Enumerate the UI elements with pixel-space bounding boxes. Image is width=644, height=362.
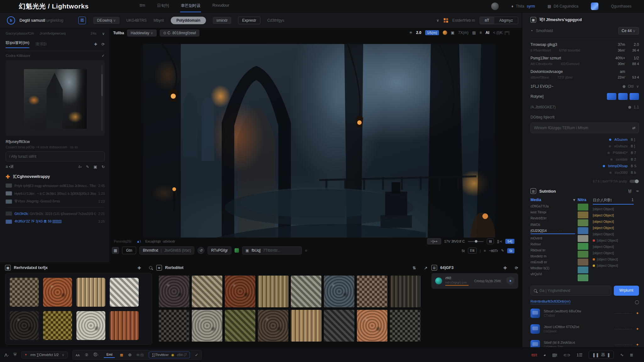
zoom-b[interactable]: 𝔼tt <box>468 248 477 254</box>
texture-swatch[interactable] <box>324 276 354 307</box>
detail-item[interactable]: [object Object] <box>593 207 639 211</box>
spark-icon[interactable]: ✦ <box>636 311 639 315</box>
texture-swatch[interactable] <box>76 311 105 340</box>
detail-item[interactable]: [object Object] <box>593 232 639 236</box>
image-icon[interactable]: ▣ <box>94 165 97 169</box>
nav-item-2[interactable]: 日旬刊 <box>156 0 169 12</box>
detail-item[interactable]: [object Object] <box>593 264 639 267</box>
prop-value-2[interactable] <box>625 69 639 74</box>
render-mode-icon[interactable] <box>443 30 447 35</box>
media-item[interactable]: mOvtrrtl <box>530 236 575 240</box>
panels-icon[interactable]: ▣ <box>451 30 454 35</box>
gizmo-icon[interactable]: ✳ <box>409 30 412 35</box>
error-count[interactable]: ttt/t <box>531 353 537 357</box>
detail-item[interactable]: [object Object] <box>593 226 639 230</box>
thumbnail-scrollbar[interactable] <box>101 65 103 131</box>
swap-icon[interactable]: ⇄ <box>632 126 636 130</box>
prop-sub-value-2[interactable]: 36 4 <box>625 48 639 52</box>
detail-item[interactable]: [object Object] <box>593 213 639 217</box>
media-header[interactable]: Media <box>530 198 541 202</box>
layer-lock-icon[interactable]: B ] <box>631 138 639 141</box>
smooth-value-box[interactable]: Ce 44 ∨ <box>618 27 639 35</box>
menu-icon[interactable]: ≡ <box>480 30 482 35</box>
texture-swatch[interactable] <box>291 276 321 307</box>
material-thumb[interactable] <box>578 243 588 250</box>
media-item[interactable]: Mhrdlter b(1) <box>530 266 575 270</box>
texture-swatch[interactable] <box>110 311 139 340</box>
material-thumb[interactable] <box>578 227 588 234</box>
texture-swatch[interactable] <box>10 311 39 340</box>
layer-row[interactable]: xGvbuzx B ] <box>530 144 639 148</box>
media-item[interactable]: btxxdetz m <box>530 254 575 258</box>
texture-swatch[interactable] <box>43 311 72 340</box>
texture-swatch[interactable] <box>324 310 354 342</box>
media-item[interactable]: kest Titrxpi <box>530 210 575 214</box>
settings-button[interactable]: Cd3thfgys <box>267 18 284 23</box>
history-item[interactable]: GtV3H2k: GtV3H2k: 3223 (131 tj3ssrssrssf… <box>6 211 105 216</box>
texture-swatch[interactable] <box>390 310 420 342</box>
layer-row[interactable]: brtmpDRsap B S <box>530 164 639 168</box>
layer-row[interactable]: AGuzxm B ] <box>530 138 639 141</box>
clock-icon[interactable]: ② <box>85 353 88 357</box>
material-thumb[interactable] <box>578 219 588 226</box>
nav-counter[interactable]: < (t)K: |**| <box>493 30 509 35</box>
texture-swatch[interactable] <box>258 310 288 342</box>
range-chip[interactable]: ~]++ <box>427 238 441 244</box>
phi-icon[interactable]: Φ <box>128 353 131 357</box>
sort-up-icon[interactable]: ⇅ <box>413 266 416 270</box>
zoom-a[interactable]: 5t <box>462 249 464 253</box>
thumb-header[interactable]: Nitra <box>578 198 590 202</box>
project-logo[interactable]: b <box>7 16 15 25</box>
frame-chip[interactable]: 1/5(m) <box>425 30 439 35</box>
smirxtr-button[interactable]: smirxtr <box>213 17 231 24</box>
settings-list-icon[interactable]: ≣ <box>630 353 633 357</box>
refresh-icon[interactable]: ⟳ <box>102 42 105 47</box>
layer-lock-icon[interactable]: B S <box>631 164 639 168</box>
media-item[interactable]: rmEmxB trr <box>530 260 575 264</box>
texture-swatch[interactable] <box>43 278 72 307</box>
texture-swatch[interactable] <box>76 278 105 307</box>
media-item[interactable]: cDfiGa77IJa <box>530 204 575 208</box>
apps-label[interactable]: Qgunthases <box>611 4 631 8</box>
media-item[interactable]: Rtkbval trr <box>530 248 575 252</box>
sidebar-subtab-ghost[interactable]: 隆球卧 <box>36 41 47 47</box>
transport-group[interactable]: ❚❚ 器 ❚ <box>589 351 614 359</box>
queue-task-card[interactable]: ztti(t rv0 (Orgrgr) (cm Crtxtqq 5ty)tb 2… <box>431 273 518 289</box>
palette-icon[interactable]: ◕ <box>543 353 546 357</box>
texture-swatch[interactable] <box>225 276 255 307</box>
overlay-chip-2[interactable]: ⊙ C· 8018mrgfzewl <box>160 30 199 36</box>
section-toggle-label[interactable]: Codra Killbasnr <box>6 54 31 58</box>
prop-sub-value-1[interactable]: 22m' <box>611 75 625 79</box>
undo-icon[interactable]: ↺ <box>197 247 204 254</box>
frame-icon[interactable]: 图 <box>78 17 86 24</box>
mode-a-button[interactable]: Bhrmtfrxt <box>143 248 158 253</box>
texture-swatch[interactable] <box>357 310 387 342</box>
detail-item[interactable]: [object Object] <box>593 239 639 242</box>
sidebar-tab-2[interactable]: Jromfvdgewcwq <box>40 31 65 36</box>
badge-icon[interactable]: ⛨ <box>14 352 17 357</box>
detail-item[interactable]: [object Object] <box>593 245 639 249</box>
zoom-c[interactable]: ~tt0Tr <box>489 249 498 253</box>
seg-right[interactable]: Abgmyz <box>494 17 518 24</box>
prop-value-1[interactable]: am <box>611 69 625 74</box>
pencil-icon[interactable]: ✎ <box>86 165 89 169</box>
mode-b-button[interactable]: JtvrGht6S (trtxr) <box>164 248 191 253</box>
layer-lock-icon[interactable]: B 2 <box>631 157 639 161</box>
texture-option-2[interactable] <box>618 93 628 100</box>
timeline-slider[interactable] <box>468 241 484 242</box>
layer-row[interactable]: PStMHD* B 7 <box>530 151 639 155</box>
history-item[interactable]: 零Vbss JHsgrrtg -Gssss2-5rrss 1:23 <box>6 199 105 204</box>
collapse-check-icon[interactable]: ✓ <box>102 53 105 58</box>
spark-icon[interactable]: ✦ <box>636 327 639 331</box>
zoom-value[interactable]: 2.0 <box>416 30 421 35</box>
media-item[interactable]: Rxfmxr <box>530 242 575 246</box>
result-link[interactable]: Rotrrttntlturftl3cft3Drttr(rrr) <box>530 299 570 304</box>
preview-thumbnail[interactable] <box>24 69 87 129</box>
context-dropdown[interactable]: ▼ rrm ∑Ctmxtrfct 1/2 ∨ <box>21 351 68 359</box>
model-chip[interactable]: a ▪涎 <box>6 164 14 169</box>
grid-mode-label[interactable]: Estderfrfeb m <box>452 18 475 23</box>
texture-swatch[interactable] <box>258 276 288 307</box>
pen-icon[interactable]: ✎ <box>501 249 504 253</box>
blue-group[interactable]: ∑]Ttrvtttxxr ◉ zBtt (7 <box>149 352 190 358</box>
list-icon[interactable]: 1☰ <box>577 353 583 357</box>
